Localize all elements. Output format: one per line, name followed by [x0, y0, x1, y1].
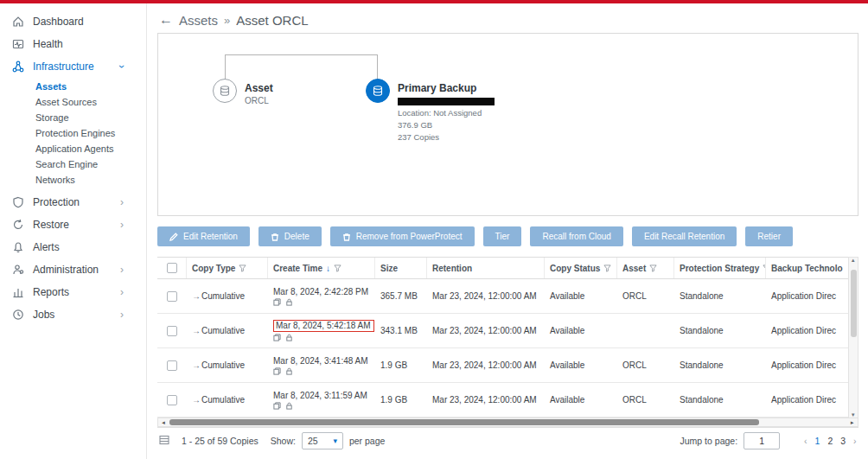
sidebar-item-label: Protection	[33, 196, 80, 208]
row-checkbox[interactable]	[167, 395, 177, 405]
copy-icon	[273, 367, 281, 375]
create-time-value: Mar 8, 2024, 3:11:59 AM	[273, 391, 370, 400]
asset-topology-panel: Asset ORCL Primary Backup Location: Not …	[157, 33, 858, 216]
table-row[interactable]: →Cumulative Mar 8, 2024, 5:42:18 AM 343.…	[157, 314, 848, 348]
table-row[interactable]: →Cumulative Mar 8, 2024, 2:42:28 PM 365.…	[157, 279, 848, 314]
filter-icon[interactable]	[239, 265, 246, 272]
select-all-checkbox[interactable]	[167, 263, 177, 273]
sidebar-item-label: Reports	[33, 286, 69, 298]
jump-to-page-input[interactable]	[744, 432, 780, 449]
previous-page-icon[interactable]: ‹	[804, 436, 807, 446]
sidebar-item-application-agents[interactable]: Application Agents	[0, 141, 146, 156]
sidebar-item-alerts[interactable]: Alerts	[0, 236, 146, 258]
sidebar-item-asset-sources[interactable]: Asset Sources	[0, 94, 146, 110]
sidebar-item-health[interactable]: Health	[0, 33, 146, 55]
chevron-right-icon: ›	[120, 220, 124, 229]
table-row[interactable]: →Cumulative Mar 8, 2024, 3:41:48 AM 1.9 …	[157, 348, 848, 383]
sidebar-item-restore[interactable]: Restore ›	[0, 214, 146, 236]
page-title: Asset ORCL	[236, 13, 308, 28]
database-icon	[372, 85, 384, 97]
main-content: ← Assets » Asset ORCL Asset ORCL Primary…	[147, 3, 868, 459]
trash-icon	[271, 233, 279, 241]
row-checkbox[interactable]	[167, 326, 177, 336]
vertical-scrollbar-thumb[interactable]	[851, 270, 857, 337]
column-header-size[interactable]: Size	[375, 258, 427, 278]
copies-toolbar: Edit Retention Delete Remove from PowerP…	[157, 226, 858, 246]
sort-desc-icon[interactable]: ↓	[326, 264, 330, 273]
edit-retention-button[interactable]: Edit Retention	[157, 226, 250, 246]
sidebar-item-dashboard[interactable]: Dashboard	[0, 10, 146, 33]
column-header-backup-technology[interactable]: Backup Technolo	[766, 258, 848, 278]
back-arrow-icon[interactable]: ←	[159, 12, 173, 28]
column-header-retention[interactable]: Retention	[427, 258, 545, 278]
cumulative-arrow-icon: →	[192, 291, 201, 301]
restore-icon	[12, 219, 24, 231]
scroll-up-icon[interactable]: ▲	[851, 258, 856, 263]
sidebar-item-search-engine[interactable]: Search Engine	[0, 156, 146, 172]
horizontal-scrollbar-thumb[interactable]	[169, 419, 759, 425]
sidebar-item-networks[interactable]: Networks	[0, 172, 146, 188]
backup-size: 376.9 GB	[398, 120, 495, 130]
row-checkbox[interactable]	[167, 291, 177, 302]
column-header-copy-type[interactable]: Copy Type	[187, 258, 268, 278]
sidebar-item-storage[interactable]: Storage	[0, 110, 146, 125]
tier-button[interactable]: Tier	[483, 226, 522, 246]
horizontal-scrollbar[interactable]: ◄ ►	[157, 418, 858, 427]
asset-title: Asset	[245, 82, 273, 94]
list-view-icon[interactable]	[159, 435, 169, 447]
create-time-value: Mar 8, 2024, 2:42:28 PM	[273, 287, 370, 296]
column-header-protection-strategy[interactable]: Protection Strategy	[674, 258, 766, 278]
page-button-1[interactable]: 1	[815, 436, 820, 446]
delete-button[interactable]: Delete	[258, 226, 322, 246]
edit-recall-retention-button[interactable]: Edit Recall Retention	[632, 226, 737, 246]
primary-backup-node[interactable]	[366, 79, 390, 103]
remove-from-powerprotect-button[interactable]: Remove from PowerProtect	[330, 226, 475, 246]
sidebar-item-label: Alerts	[33, 241, 60, 253]
copy-icon	[273, 402, 281, 410]
lock-icon	[285, 298, 293, 306]
row-checkbox[interactable]	[167, 360, 177, 371]
column-header-asset[interactable]: Asset	[617, 258, 674, 278]
sidebar-item-label: Restore	[33, 219, 69, 231]
filter-icon[interactable]	[334, 265, 341, 272]
cumulative-arrow-icon: →	[192, 395, 201, 405]
sidebar-item-infrastructure[interactable]: Infrastructure ›	[0, 55, 146, 78]
primary-backup-label: Primary Backup Location: Not Assigned 37…	[398, 82, 495, 142]
next-page-icon[interactable]: ›	[853, 436, 857, 446]
breadcrumb-parent[interactable]: Assets	[179, 13, 218, 28]
sidebar-item-assets[interactable]: Assets	[0, 79, 146, 94]
page-size-select[interactable]: 25 ▾	[302, 432, 343, 449]
retier-button[interactable]: Retier	[745, 226, 793, 246]
sidebar-item-reports[interactable]: Reports ›	[0, 281, 146, 303]
copy-icon	[273, 334, 281, 341]
filter-icon[interactable]	[649, 265, 657, 272]
sidebar-item-protection-engines[interactable]: Protection Engines	[0, 125, 146, 141]
recall-from-cloud-button[interactable]: Recall from Cloud	[530, 226, 622, 246]
breadcrumb: ← Assets » Asset ORCL	[159, 12, 858, 28]
results-count: 1 - 25 of 59 Copies	[182, 436, 258, 446]
sidebar-item-label: Dashboard	[33, 16, 84, 28]
scroll-left-icon[interactable]: ◄	[161, 420, 166, 425]
column-header-create-time[interactable]: Create Time ↓	[268, 258, 375, 278]
infrastructure-submenu: Assets Asset Sources Storage Protection …	[0, 78, 146, 191]
reports-icon	[12, 286, 24, 298]
chevron-down-icon: ›	[118, 65, 126, 68]
asset-node[interactable]	[213, 79, 237, 103]
copy-flags	[273, 298, 370, 306]
page-button-2[interactable]: 2	[827, 436, 833, 446]
column-header-copy-status[interactable]: Copy Status	[545, 258, 617, 278]
scroll-right-icon[interactable]: ►	[850, 420, 855, 425]
sidebar-item-administration[interactable]: Administration ›	[0, 258, 146, 281]
page-button-3[interactable]: 3	[840, 436, 846, 446]
vertical-scrollbar[interactable]: ▲ ▼	[848, 257, 858, 418]
sidebar-item-protection[interactable]: Protection ›	[0, 191, 146, 214]
admin-icon	[12, 264, 24, 276]
shield-icon	[12, 196, 24, 208]
filter-icon[interactable]	[603, 265, 611, 272]
chevron-right-icon: ›	[120, 310, 124, 319]
health-icon	[12, 38, 24, 50]
table-row[interactable]: →Cumulative Mar 8, 2024, 3:11:59 AM 1.9 …	[157, 383, 848, 418]
create-time-value-highlighted: Mar 8, 2024, 5:42:18 AM	[273, 320, 374, 332]
sidebar-item-jobs[interactable]: Jobs ›	[0, 303, 146, 326]
breadcrumb-separator: »	[224, 14, 230, 27]
